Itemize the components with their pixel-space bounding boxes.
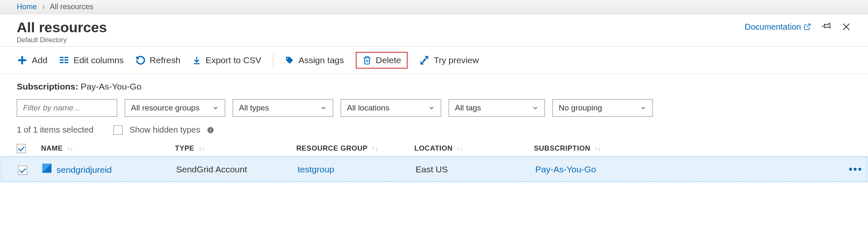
sort-icon: ↑↓ xyxy=(457,145,463,152)
filter-name-input[interactable] xyxy=(17,99,117,117)
refresh-icon xyxy=(136,55,146,65)
resource-name-link[interactable]: sendgridjureid xyxy=(56,165,112,174)
pin-icon[interactable] xyxy=(821,22,831,32)
col-name[interactable]: NAME↑↓ xyxy=(41,144,175,153)
columns-icon xyxy=(59,55,69,65)
col-location[interactable]: LOCATION↑↓ xyxy=(414,144,534,153)
subscription-link[interactable]: Pay-As-You-Go xyxy=(535,164,596,174)
locations-select[interactable]: All locations xyxy=(341,99,441,117)
svg-rect-7 xyxy=(60,62,64,63)
documentation-link[interactable]: Documentation xyxy=(745,22,811,32)
breadcrumb-current: All resources xyxy=(50,3,93,11)
col-resource-group[interactable]: RESOURCE GROUP↑↓ xyxy=(296,144,414,153)
sort-icon: ↑↓ xyxy=(594,145,601,152)
svg-point-13 xyxy=(287,58,288,59)
cell-location: East US xyxy=(416,164,535,174)
svg-line-0 xyxy=(807,24,810,27)
chevron-right-icon: › xyxy=(42,3,45,11)
col-subscription[interactable]: SUBSCRIPTION↑↓ xyxy=(534,144,851,153)
resource-icon xyxy=(42,164,51,173)
trash-icon xyxy=(362,56,372,65)
sort-icon: ↑↓ xyxy=(198,145,205,152)
chevron-down-icon xyxy=(320,105,327,111)
edit-columns-button[interactable]: Edit columns xyxy=(59,55,123,65)
plus-icon xyxy=(17,55,28,66)
svg-rect-8 xyxy=(64,57,68,58)
select-all-checkbox[interactable] xyxy=(17,144,26,153)
export-csv-button[interactable]: Export to CSV xyxy=(192,55,261,65)
download-icon xyxy=(192,56,201,65)
svg-rect-5 xyxy=(60,57,64,58)
col-type[interactable]: TYPE↑↓ xyxy=(175,144,296,153)
preview-icon xyxy=(419,55,429,65)
tags-select[interactable]: All tags xyxy=(449,99,545,117)
chevron-down-icon xyxy=(532,105,539,111)
close-icon[interactable] xyxy=(841,22,851,32)
show-hidden-checkbox[interactable] xyxy=(113,126,123,135)
svg-rect-9 xyxy=(64,59,68,61)
breadcrumb-home[interactable]: Home xyxy=(17,3,37,11)
chevron-down-icon xyxy=(428,105,435,111)
resource-group-link[interactable]: testgroup xyxy=(298,164,334,174)
svg-rect-6 xyxy=(60,59,64,61)
external-link-icon xyxy=(804,23,811,31)
row-checkbox[interactable] xyxy=(18,166,27,175)
try-preview-button[interactable]: Try preview xyxy=(419,55,479,65)
sort-icon: ↑↓ xyxy=(372,145,378,152)
delete-button[interactable]: Delete xyxy=(362,55,401,65)
assign-tags-button[interactable]: Assign tags xyxy=(285,55,344,65)
page-title: All resources xyxy=(17,19,107,36)
chevron-down-icon xyxy=(212,105,219,111)
row-more-icon[interactable]: ••• xyxy=(849,163,863,176)
sort-icon: ↑↓ xyxy=(67,145,73,152)
subscriptions-line: Subscriptions: Pay-As-You-Go xyxy=(17,82,851,92)
separator xyxy=(273,54,273,67)
breadcrumb: Home › All resources xyxy=(0,0,868,14)
tag-icon xyxy=(285,56,294,65)
info-icon[interactable]: i xyxy=(207,126,214,134)
toolbar: Add Edit columns Refresh Export to CSV A… xyxy=(0,47,868,74)
table-row[interactable]: sendgridjureid SendGrid Account testgrou… xyxy=(1,156,867,182)
svg-line-17 xyxy=(421,59,426,64)
add-button[interactable]: Add xyxy=(17,55,47,66)
selection-status: 1 of 1 items selected xyxy=(17,125,93,135)
resource-groups-select[interactable]: All resource groups xyxy=(125,99,225,117)
refresh-button[interactable]: Refresh xyxy=(136,55,181,65)
table-header: NAME↑↓ TYPE↑↓ RESOURCE GROUP↑↓ LOCATION↑… xyxy=(0,141,868,156)
svg-rect-10 xyxy=(64,62,68,63)
chevron-down-icon xyxy=(640,105,647,111)
page-subtitle: Default Directory xyxy=(17,36,107,44)
types-select[interactable]: All types xyxy=(233,99,333,117)
cell-type: SendGrid Account xyxy=(176,164,298,174)
svg-line-16 xyxy=(423,56,428,61)
grouping-select[interactable]: No grouping xyxy=(552,99,653,117)
show-hidden-label: Show hidden types xyxy=(129,125,200,135)
